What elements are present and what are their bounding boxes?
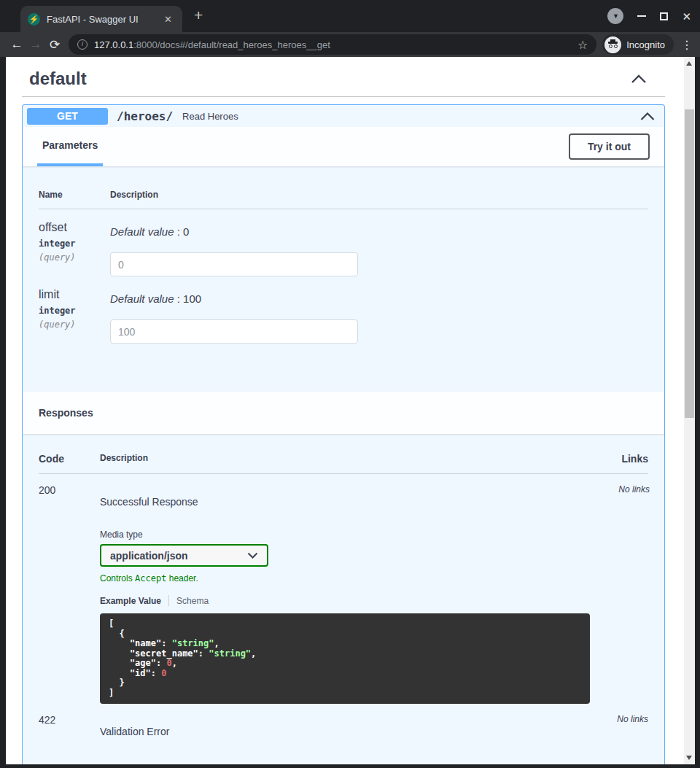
tab-close-icon[interactable]: ✕	[161, 12, 175, 26]
param-type: integer	[39, 306, 110, 316]
response-row-422: 422 Validation Error No links	[39, 714, 648, 737]
param-location: (query)	[39, 319, 110, 330]
section-title: default	[29, 69, 87, 89]
new-tab-button[interactable]: +	[194, 7, 203, 24]
maximize-button[interactable]	[660, 12, 668, 20]
incognito-icon	[604, 36, 621, 53]
address-bar[interactable]: i 127.0.0.1:8000/docs#/default/read_hero…	[69, 34, 596, 55]
response-row-200: 200 Successful Response Media type appli…	[39, 484, 648, 704]
method-badge: GET	[27, 108, 108, 125]
browser-toolbar: ← → ⟳ i 127.0.0.1:8000/docs#/default/rea…	[0, 32, 700, 57]
example-code[interactable]: [ { "name": "string", "secret_name": "st…	[100, 613, 590, 704]
parameters-table: Name Description offset integer (query) …	[23, 166, 664, 392]
scrollbar-down-icon[interactable]	[686, 756, 692, 760]
param-type: integer	[39, 238, 110, 249]
window-menu-button[interactable]: ▼	[607, 8, 623, 24]
param-input-offset[interactable]	[110, 252, 358, 276]
chevron-up-icon[interactable]	[630, 74, 648, 84]
col-header-name: Name	[39, 190, 110, 200]
media-type-label: Media type	[100, 530, 590, 540]
browser-menu-icon[interactable]: ⋮	[681, 38, 693, 52]
minimize-button[interactable]	[637, 15, 646, 17]
bookmark-star-icon[interactable]: ☆	[576, 38, 589, 52]
media-type-select[interactable]: application/json	[100, 544, 268, 567]
try-it-out-button[interactable]: Try it out	[569, 133, 650, 160]
param-default: Default value : 0	[110, 225, 648, 238]
page-viewport: default GET /heroes/ Read Heroes Paramet…	[6, 57, 695, 764]
fastapi-favicon-icon: ⚡	[28, 13, 40, 26]
close-window-button[interactable]: ✕	[682, 11, 691, 22]
operation-summary[interactable]: GET /heroes/ Read Heroes	[23, 105, 664, 127]
opblock-get-heroes: GET /heroes/ Read Heroes Parameters Try …	[22, 104, 665, 764]
col-header-description: Description	[100, 453, 588, 465]
col-header-code: Code	[39, 453, 100, 465]
response-links: No links	[588, 714, 648, 737]
param-row-limit: limit integer (query) Default value : 10…	[39, 288, 648, 344]
operation-path: /heroes/	[117, 109, 173, 123]
chevron-down-icon	[247, 552, 258, 559]
param-name: limit	[39, 288, 110, 301]
parameters-header: Parameters Try it out	[23, 127, 664, 166]
section-divider	[22, 96, 665, 97]
chevron-up-icon[interactable]	[639, 112, 656, 121]
browser-tab[interactable]: ⚡ FastAPI - Swagger UI ✕	[20, 6, 182, 32]
param-location: (query)	[39, 252, 110, 263]
back-button[interactable]: ←	[7, 37, 26, 52]
col-header-links: Links	[588, 453, 648, 465]
section-default-header[interactable]: default	[22, 57, 665, 89]
scrollbar-thumb[interactable]	[685, 109, 694, 418]
forward-button[interactable]: →	[26, 37, 45, 52]
page-scrollbar[interactable]	[684, 57, 695, 764]
param-default: Default value : 100	[110, 292, 648, 305]
response-description: Validation Error	[100, 726, 588, 737]
reload-button[interactable]: ⟳	[45, 37, 64, 53]
url-text: 127.0.0.1:8000/docs#/default/read_heroes…	[94, 39, 576, 50]
response-links: No links	[590, 484, 650, 704]
responses-header: Responses	[23, 392, 664, 434]
param-row-offset: offset integer (query) Default value : 0	[39, 221, 648, 276]
operation-summary-text: Read Heroes	[182, 111, 238, 122]
swagger-content: default GET /heroes/ Read Heroes Paramet…	[6, 57, 684, 764]
response-code: 200	[39, 484, 100, 704]
titlebar: ⚡ FastAPI - Swagger UI ✕ + ▼ ✕	[0, 0, 700, 32]
tab-example-value[interactable]: Example Value	[100, 596, 161, 606]
responses-title: Responses	[39, 407, 93, 419]
response-code: 422	[39, 714, 100, 737]
response-description: Successful Response	[100, 496, 590, 508]
tab-title: FastAPI - Swagger UI	[47, 14, 161, 25]
tab-schema[interactable]: Schema	[176, 596, 209, 606]
incognito-badge: Incognito	[602, 34, 674, 55]
param-name: offset	[39, 221, 110, 234]
responses-table: Code Description Links 200 Successful Re…	[23, 434, 664, 764]
tab-separator	[168, 595, 169, 606]
accept-header-note: Controls Accept header.	[100, 573, 590, 583]
scrollbar-up-icon[interactable]	[686, 61, 692, 66]
browser-window: ⚡ FastAPI - Swagger UI ✕ + ▼ ✕ ← → ⟳ i 1…	[0, 0, 700, 768]
param-input-limit[interactable]	[110, 319, 358, 344]
tab-parameters[interactable]: Parameters	[37, 127, 103, 166]
col-header-description: Description	[110, 190, 158, 200]
site-info-icon[interactable]: i	[77, 39, 88, 50]
